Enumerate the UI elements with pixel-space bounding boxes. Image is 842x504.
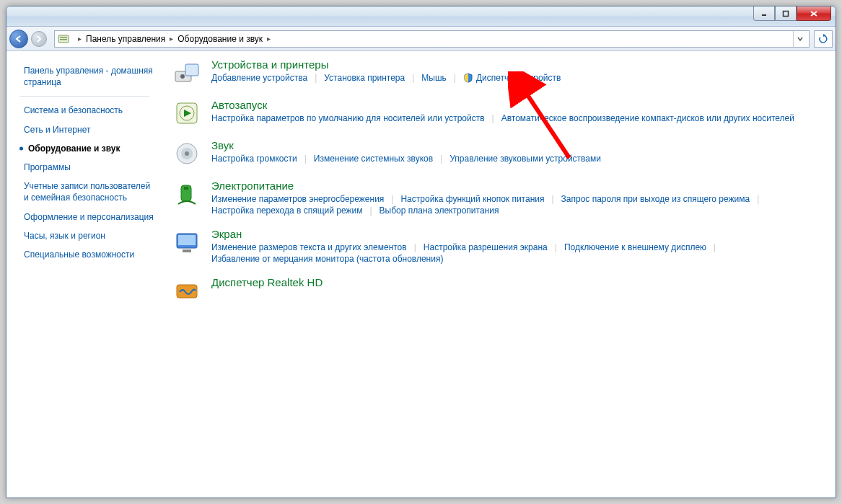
svg-rect-8 xyxy=(185,64,198,76)
category-link[interactable]: Диспетчер устройств xyxy=(463,72,561,84)
control-panel-window: ▸ Панель управления ▸ Оборудование и зву… xyxy=(6,6,836,498)
svg-rect-6 xyxy=(60,39,67,40)
category-link[interactable]: Запрос пароля при выходе из спящего режи… xyxy=(561,193,750,205)
shield-icon xyxy=(463,73,473,83)
sidebar-item[interactable]: Часы, язык и регион xyxy=(19,226,158,245)
category-body: Устройства и принтерыДобавление устройст… xyxy=(211,58,821,87)
category-links: Настройка параметров по умолчанию для но… xyxy=(211,112,821,124)
category: АвтозапускНастройка параметров по умолча… xyxy=(172,99,821,128)
sidebar-item[interactable]: Система и безопасность xyxy=(19,101,158,120)
refresh-button[interactable] xyxy=(814,30,833,48)
link-separator: | xyxy=(433,154,449,164)
category-link[interactable]: Добавление устройства xyxy=(211,72,307,84)
sidebar-item[interactable]: Оборудование и звук xyxy=(19,139,158,158)
link-separator: | xyxy=(362,205,379,216)
category-body: ЭкранИзменение размеров текста и других … xyxy=(211,228,821,265)
sidebar-home[interactable]: Панель управления - домашняя страница xyxy=(19,61,158,92)
link-separator: | xyxy=(750,194,766,204)
category-title[interactable]: Экран xyxy=(211,228,821,240)
category-link[interactable]: Изменение размеров текста и других элеме… xyxy=(211,242,407,253)
svg-rect-1 xyxy=(784,11,789,16)
category-link[interactable]: Выбор плана электропитания xyxy=(380,205,499,216)
category-icon xyxy=(172,139,201,168)
back-button[interactable] xyxy=(9,30,28,48)
category-link[interactable]: Настройка громкости xyxy=(211,153,297,164)
category-title[interactable]: Диспетчер Realtek HD xyxy=(211,276,821,288)
link-separator: | xyxy=(485,113,501,123)
category-body: ЗвукНастройка громкости|Изменение систем… xyxy=(211,139,821,168)
category-icon xyxy=(172,276,201,305)
sidebar-separator xyxy=(19,96,149,97)
category-body: АвтозапускНастройка параметров по умолча… xyxy=(211,99,821,128)
svg-rect-16 xyxy=(184,187,188,190)
category-link[interactable]: Мышь xyxy=(421,72,447,84)
svg-rect-18 xyxy=(178,235,196,245)
category-icon xyxy=(172,99,201,128)
svg-rect-5 xyxy=(60,37,67,38)
main-content: Устройства и принтерыДобавление устройст… xyxy=(158,51,836,498)
navbar: ▸ Панель управления ▸ Оборудование и зву… xyxy=(6,27,836,51)
link-separator: | xyxy=(297,154,314,164)
link-separator: | xyxy=(407,242,424,252)
control-panel-icon xyxy=(58,33,69,45)
category-icon xyxy=(172,58,201,87)
forward-button[interactable] xyxy=(31,31,47,47)
category-link[interactable]: Подключение к внешнему дисплею xyxy=(564,242,706,253)
window-controls xyxy=(753,6,836,21)
sidebar-item[interactable]: Учетные записи пользователей и семейная … xyxy=(19,177,158,207)
category-body: ЭлектропитаниеИзменение параметров энерг… xyxy=(211,180,821,216)
breadcrumb-seg-1[interactable]: Панель управления xyxy=(86,34,165,44)
category: ЭкранИзменение размеров текста и других … xyxy=(172,228,821,265)
category-links: Настройка громкости|Изменение системных … xyxy=(211,153,821,164)
category: ЭлектропитаниеИзменение параметров энерг… xyxy=(172,180,821,216)
breadcrumb-arrow-icon: ▸ xyxy=(74,35,86,43)
svg-rect-19 xyxy=(183,249,191,252)
breadcrumb-seg-2[interactable]: Оборудование и звук xyxy=(177,34,263,44)
category-link[interactable]: Настройка разрешения экрана xyxy=(424,242,548,253)
category-icon xyxy=(172,180,201,208)
close-button[interactable] xyxy=(797,6,831,21)
svg-point-14 xyxy=(185,151,189,156)
category-title[interactable]: Автозапуск xyxy=(211,99,821,111)
address-dropdown[interactable] xyxy=(793,31,806,47)
sidebar-list: Система и безопасностьСеть и ИнтернетОбо… xyxy=(19,101,158,264)
address-bar[interactable]: ▸ Панель управления ▸ Оборудование и зву… xyxy=(54,30,810,48)
category-icon xyxy=(172,228,201,257)
link-separator: | xyxy=(447,73,463,83)
link-separator: | xyxy=(384,194,400,204)
category-link[interactable]: Изменение параметров энергосбережения xyxy=(211,193,384,205)
sidebar-item[interactable]: Специальные возможности xyxy=(19,245,158,264)
link-separator: | xyxy=(405,73,421,83)
category-link[interactable]: Избавление от мерцания монитора (частота… xyxy=(211,253,443,265)
category-links: Добавление устройства|Установка принтера… xyxy=(211,72,821,84)
minimize-button[interactable] xyxy=(753,6,775,21)
breadcrumb-arrow-icon: ▸ xyxy=(165,35,177,43)
category-link[interactable]: Автоматическое воспроизведение компакт-д… xyxy=(501,112,794,124)
category-link[interactable]: Изменение системных звуков xyxy=(314,153,433,164)
sidebar-item[interactable]: Сеть и Интернет xyxy=(19,120,158,139)
category-list: Устройства и принтерыДобавление устройст… xyxy=(172,58,821,305)
category-link[interactable]: Настройка функций кнопок питания xyxy=(400,193,544,205)
body-area: Панель управления - домашняя страница Си… xyxy=(6,51,836,498)
svg-point-9 xyxy=(180,74,185,79)
sidebar-item[interactable]: Программы xyxy=(19,158,158,177)
sidebar: Панель управления - домашняя страница Си… xyxy=(6,51,158,498)
link-separator: | xyxy=(307,73,324,83)
category-link[interactable]: Управление звуковыми устройствами xyxy=(449,153,601,164)
category-title[interactable]: Звук xyxy=(211,139,821,151)
link-separator: | xyxy=(548,242,564,252)
category-link[interactable]: Настройка перехода в спящий режим xyxy=(211,205,362,216)
maximize-button[interactable] xyxy=(775,6,797,21)
category-link[interactable]: Установка принтера xyxy=(324,72,405,84)
category-title[interactable]: Электропитание xyxy=(211,180,821,192)
titlebar xyxy=(6,6,836,27)
breadcrumb-arrow-icon: ▸ xyxy=(263,35,275,43)
category-title[interactable]: Устройства и принтеры xyxy=(211,58,821,71)
category: Устройства и принтерыДобавление устройст… xyxy=(172,58,821,87)
category: Диспетчер Realtek HD xyxy=(172,276,821,305)
category-links: Изменение параметров энергосбережения|На… xyxy=(211,193,821,216)
category-link[interactable]: Настройка параметров по умолчанию для но… xyxy=(211,112,485,124)
category-body: Диспетчер Realtek HD xyxy=(211,276,821,305)
sidebar-item[interactable]: Оформление и персонализация xyxy=(19,208,158,226)
category: ЗвукНастройка громкости|Изменение систем… xyxy=(172,139,821,168)
